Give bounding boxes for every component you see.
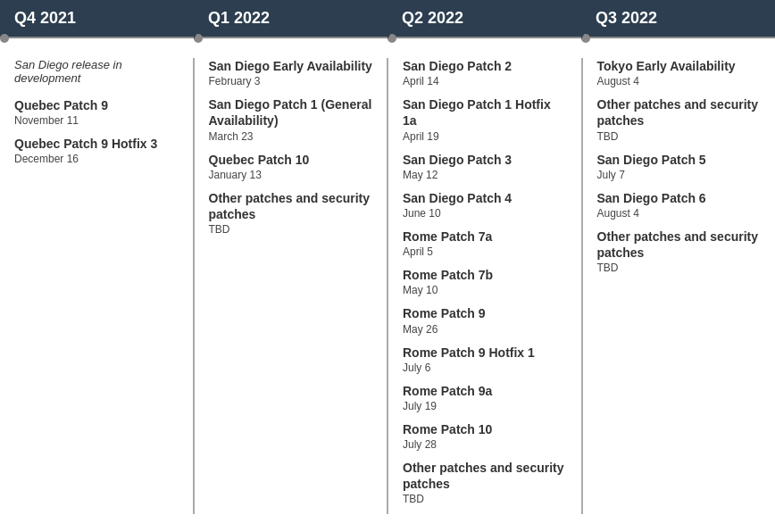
col-q1-2022: San Diego Early Availability February 3 … [193,58,388,514]
entry-date: TBD [597,262,762,274]
entry-san-diego-dev: San Diego release in development [14,58,179,85]
entry-rome-patch-7a: Rome Patch 7a April 5 [403,229,567,258]
entry-title: Rome Patch 9 Hotfix 1 [403,345,567,361]
header-q3-2022-label: Q3 2022 [596,9,657,27]
entry-title: San Diego Early Availability [209,58,373,74]
entry-sd-patch-4: San Diego Patch 4 June 10 [403,190,567,220]
entry-tokyo-ea: Tokyo Early Availability August 4 [597,58,762,87]
entry-date: August 4 [597,207,762,220]
entry-date: TBD [209,223,373,236]
entry-date: July 6 [403,362,567,374]
col-q2-2022: San Diego Patch 2 April 14 San Diego Pat… [387,58,581,514]
entry-title: San Diego Patch 1 (General Availability) [209,96,373,129]
entry-title: San Diego Patch 2 [403,58,567,74]
entry-sd-patch-6: San Diego Patch 6 August 4 [597,190,762,220]
entry-quebec-patch-9: Quebec Patch 9 November 11 [14,97,179,127]
entry-date: May 26 [403,323,567,336]
entry-title: San Diego Patch 6 [597,190,762,206]
header-q1-2022-label: Q1 2022 [208,9,270,27]
entry-sd-patch-2: San Diego Patch 2 April 14 [403,58,567,87]
header-q3-2022: Q3 2022 [581,0,775,37]
entry-rome-patch-9-hotfix-1: Rome Patch 9 Hotfix 1 July 6 [403,345,567,374]
entry-rome-patch-9a: Rome Patch 9a July 19 [403,383,567,412]
entry-date: November 11 [14,114,179,127]
timeline-seg-4 [581,37,775,46]
entry-title: Rome Patch 7a [403,229,567,245]
header-row: Q4 2021 Q1 2022 Q2 2022 Q3 2022 [0,0,775,37]
entry-date: February 3 [209,75,373,87]
entry-date: December 16 [14,153,179,165]
entry-title: Rome Patch 9a [403,383,567,399]
entry-date: July 19 [403,400,567,412]
entry-title: San Diego Patch 5 [597,152,762,168]
entry-title: Quebec Patch 9 [14,97,179,113]
entry-date: TBD [597,130,762,143]
entry-q3-other-patches-1: Other patches and security patches TBD [597,96,762,142]
entry-title: Other patches and security patches [597,96,762,129]
entry-sd-patch-1-hotfix: San Diego Patch 1 Hotfix 1a April 19 [403,96,567,142]
entry-date: July 28 [403,438,567,451]
entry-sd-patch-3: San Diego Patch 3 May 12 [403,152,567,181]
header-q1-2022: Q1 2022 [194,0,388,37]
entry-date: August 4 [597,75,762,87]
entry-title: Other patches and security patches [597,229,762,261]
entry-italic-text: San Diego release in development [14,58,179,85]
entry-date: January 13 [209,169,373,181]
col-q4-2021: San Diego release in development Quebec … [0,58,193,514]
entry-date: May 12 [403,169,567,181]
timeline-seg-3 [388,37,581,46]
entry-sd-patch-5: San Diego Patch 5 July 7 [597,152,762,181]
entry-title: Tokyo Early Availability [597,58,762,74]
entry-q1-other-patches: Other patches and security patches TBD [209,190,373,236]
col-q3-2022: Tokyo Early Availability August 4 Other … [581,58,776,514]
entry-title: Quebec Patch 9 Hotfix 3 [14,136,179,152]
timeline-seg-1 [0,37,194,46]
entry-q2-other-patches: Other patches and security patches TBD [403,460,567,505]
entry-date: March 23 [209,130,373,143]
entry-title: Quebec Patch 10 [209,152,373,168]
content-row: San Diego release in development Quebec … [0,46,775,514]
entry-rome-patch-10: Rome Patch 10 July 28 [403,421,567,451]
header-q2-2022: Q2 2022 [388,0,581,37]
timeline-container: Q4 2021 Q1 2022 Q2 2022 Q3 2022 San Dieg… [0,0,775,514]
entry-date: July 7 [597,169,762,181]
entry-quebec-patch-9-hotfix-3: Quebec Patch 9 Hotfix 3 December 16 [14,136,179,165]
entry-date: May 10 [403,284,567,296]
entry-date: June 10 [403,207,567,220]
entry-san-diego-early: San Diego Early Availability February 3 [209,58,373,87]
entry-title: Other patches and security patches [209,190,373,222]
entry-title: San Diego Patch 1 Hotfix 1a [403,96,567,129]
entry-date: April 14 [403,75,567,87]
timeline-seg-2 [194,37,388,46]
entry-date: April 19 [403,130,567,143]
entry-date: April 5 [403,245,567,258]
entry-q3-other-patches-2: Other patches and security patches TBD [597,229,762,274]
header-q2-2022-label: Q2 2022 [402,9,463,27]
entry-title: Rome Patch 7b [403,267,567,283]
entry-rome-patch-9: Rome Patch 9 May 26 [403,305,567,335]
entry-date: TBD [403,493,567,505]
entry-quebec-patch-10: Quebec Patch 10 January 13 [209,152,373,181]
header-q4-2021-label: Q4 2021 [14,9,76,27]
entry-title: San Diego Patch 3 [403,152,567,168]
entry-title: Rome Patch 10 [403,421,567,437]
entry-title: Rome Patch 9 [403,305,567,321]
entry-title: Other patches and security patches [403,460,567,492]
entry-rome-patch-7b: Rome Patch 7b May 10 [403,267,567,296]
header-q4-2021: Q4 2021 [0,0,194,37]
entry-title: San Diego Patch 4 [403,190,567,206]
entry-san-diego-patch-1-ga: San Diego Patch 1 (General Availability)… [209,96,373,142]
